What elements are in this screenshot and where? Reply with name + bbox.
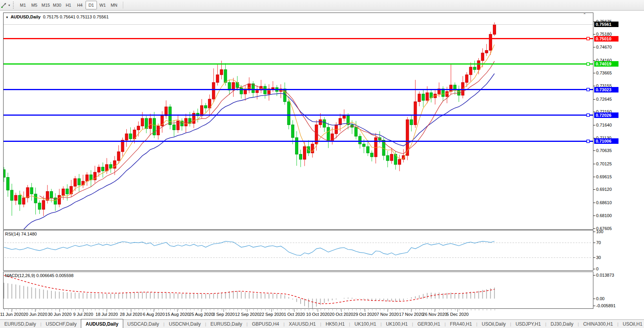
symbol-tab-usoil-h1[interactable]: USOil,H1 bbox=[618, 320, 644, 328]
time-axis-label: 28 Jul 2020 bbox=[120, 312, 142, 317]
chart-shift-marker-icon[interactable]: ▴ bbox=[584, 11, 586, 15]
macd-axis[interactable]: 0.0138730.00-0.005891 bbox=[593, 272, 644, 309]
timeframe-button-mn[interactable]: MN bbox=[108, 1, 120, 9]
toolbar-grip[interactable] bbox=[13, 2, 15, 9]
candlestick-chart[interactable] bbox=[4, 13, 593, 229]
symbol-tab-uk100-h1[interactable]: UK100,H1 bbox=[350, 320, 380, 328]
timeframe-button-m1[interactable]: M1 bbox=[17, 1, 29, 9]
symbol-tab-hk50-h1[interactable]: HK50,H1 bbox=[321, 320, 349, 328]
chart-title-ohlc: 0.75175 0.75641 0.75113 0.75561 bbox=[43, 14, 108, 19]
symbol-tab-ger30-h1[interactable]: GER30,H1 bbox=[413, 320, 445, 328]
price-axis[interactable]: 0.756750.751800.746700.741600.736650.731… bbox=[593, 13, 644, 230]
level-price-badge: 0.71006 bbox=[594, 138, 618, 144]
price-axis-label: 0.70125 bbox=[596, 161, 612, 166]
symbol-tab-xauusd-h1[interactable]: XAUUSD,H1 bbox=[285, 320, 320, 328]
level-price-badge: 0.74019 bbox=[594, 61, 618, 67]
symbol-tab-usdcnh-daily[interactable]: USDCNH,Daily bbox=[164, 320, 205, 328]
time-axis-label: 22 Sep 2020 bbox=[259, 312, 284, 317]
symbol-tab-uk100-h1[interactable]: UK100,H1 bbox=[381, 320, 412, 328]
time-axis-label: 15 Aug 2020 bbox=[165, 312, 190, 317]
symbol-tab-eurusd-daily[interactable]: EURUSD,Daily bbox=[0, 320, 40, 328]
axis-tick bbox=[593, 125, 595, 125]
symbol-tab-bar: EURUSD,Daily|USDCHF,DailyAUDUSD,DailyUSD… bbox=[0, 319, 644, 328]
timeframe-button-m5[interactable]: M5 bbox=[29, 1, 40, 9]
price-axis-label: 0.68100 bbox=[596, 213, 612, 218]
rsi-axis-label: 0 bbox=[596, 266, 598, 271]
timeframe-buttons: M1M5M15M30H1H4D1W1MN bbox=[17, 1, 120, 9]
rsi-chart[interactable] bbox=[4, 230, 593, 270]
time-axis-label: 3 Sep 2020 bbox=[213, 312, 235, 317]
axis-tick bbox=[593, 99, 595, 100]
symbol-tab-eurusd-daily[interactable]: EURUSD,Daily bbox=[206, 320, 246, 328]
timeframe-button-m15[interactable]: M15 bbox=[40, 1, 51, 9]
timeframe-button-w1[interactable]: W1 bbox=[97, 1, 108, 9]
axis-tick bbox=[593, 275, 595, 275]
symbol-tab-usoil-daily[interactable]: USOil,Daily bbox=[477, 320, 510, 328]
time-axis-label: 7 Nov 2020 bbox=[377, 312, 399, 317]
cursor-tool-icon bbox=[1, 2, 7, 8]
mt4-chart-window: ▼ M1M5M15M30H1H4D1W1MN ▼AUDUSD,Daily 0.7… bbox=[0, 0, 644, 328]
price-axis-label: 0.71640 bbox=[596, 123, 612, 127]
timeframe-button-h4[interactable]: H4 bbox=[74, 1, 86, 9]
macd-chart[interactable] bbox=[4, 272, 593, 308]
macd-indicator-label: MACD(12,26,9) 0.006645 0.005598 bbox=[5, 273, 73, 278]
axis-tick bbox=[593, 232, 595, 232]
time-axis-label: 9 Jul 2020 bbox=[73, 312, 93, 317]
axis-tick bbox=[593, 86, 595, 86]
time-axis-label: 30 Jun 2020 bbox=[48, 312, 72, 317]
time-axis-label: 26 Nov 2020 bbox=[423, 312, 447, 317]
price-axis-label: 0.68610 bbox=[596, 200, 612, 205]
axis-tick bbox=[593, 216, 595, 216]
axis-tick bbox=[593, 150, 595, 151]
axis-tick bbox=[593, 189, 595, 190]
axis-tick bbox=[593, 60, 595, 61]
toolbar-separator bbox=[123, 2, 123, 9]
time-axis-label: 29 Oct 2020 bbox=[353, 312, 377, 317]
cursor-tool-button[interactable]: ▼ bbox=[0, 2, 12, 8]
time-axis-label: 20 Oct 2020 bbox=[330, 312, 353, 317]
chart-title: ▼AUDUSD,Daily 0.75175 0.75641 0.75113 0.… bbox=[5, 14, 109, 19]
symbol-tab-gbpusd-h4[interactable]: GBPUSD,H4 bbox=[248, 320, 283, 328]
symbol-tabs: EURUSD,Daily|USDCHF,DailyAUDUSD,DailyUSD… bbox=[0, 320, 644, 328]
rsi-axis[interactable]: 10070300 bbox=[593, 230, 644, 271]
time-axis-label: 20 Jun 2020 bbox=[24, 312, 47, 317]
symbol-tab-usdjpy-h1[interactable]: USDJPY,H1 bbox=[511, 320, 545, 328]
time-axis-label: 1 Oct 2020 bbox=[284, 312, 305, 317]
macd-axis-label: -0.005891 bbox=[596, 303, 616, 308]
symbol-tab-china300-h1[interactable]: CHINA300,H1 bbox=[579, 320, 617, 328]
time-axis-label: 17 Nov 2020 bbox=[399, 312, 423, 317]
time-axis-label: 12 Sep 2020 bbox=[235, 312, 259, 317]
price-axis-label: 0.69615 bbox=[596, 174, 612, 179]
price-axis-label: 0.72645 bbox=[596, 97, 612, 101]
symbol-tab-fra40-h1[interactable]: FRA40,H1 bbox=[446, 320, 476, 328]
symbol-tab-usdchf-daily[interactable]: USDCHF,Daily bbox=[42, 320, 81, 328]
axis-tick bbox=[593, 73, 595, 73]
symbol-tab-dj30-daily[interactable]: DJ30,Daily bbox=[546, 320, 578, 328]
level-price-badge: 0.73023 bbox=[594, 87, 618, 92]
price-axis-label: 0.70635 bbox=[596, 148, 612, 153]
axis-tick bbox=[593, 47, 595, 47]
symbol-tab-usdcad-daily[interactable]: USDCAD,Daily bbox=[123, 320, 164, 328]
time-axis-label: 10 Oct 2020 bbox=[306, 312, 330, 317]
axis-tick bbox=[593, 269, 595, 269]
symbol-tab-audusd-daily[interactable]: AUDUSD,Daily bbox=[81, 319, 123, 328]
axis-tick bbox=[593, 164, 595, 164]
current-price-badge: 0.75561 bbox=[594, 22, 618, 27]
rsi-axis-label: 30 bbox=[596, 255, 601, 260]
axis-tick bbox=[593, 306, 595, 306]
timeframe-button-m30[interactable]: M30 bbox=[51, 1, 63, 9]
time-axis-label: 11 Jun 2020 bbox=[0, 312, 24, 317]
timeframe-toolbar: ▼ M1M5M15M30H1H4D1W1MN bbox=[0, 0, 644, 11]
rsi-panel[interactable] bbox=[3, 230, 593, 271]
axis-tick bbox=[593, 228, 595, 229]
rsi-indicator-label: RSI(14) 74.1480 bbox=[5, 232, 37, 236]
timeframe-button-d1[interactable]: D1 bbox=[86, 1, 97, 9]
price-chart-panel[interactable] bbox=[3, 13, 593, 230]
level-price-badge: 0.75010 bbox=[594, 36, 618, 42]
axis-tick bbox=[593, 203, 595, 203]
macd-panel[interactable] bbox=[3, 272, 593, 309]
collapse-triangle-icon[interactable]: ▼ bbox=[5, 16, 9, 19]
axis-tick bbox=[593, 177, 595, 177]
timeframe-button-h1[interactable]: H1 bbox=[63, 1, 74, 9]
axis-tick bbox=[593, 34, 595, 34]
